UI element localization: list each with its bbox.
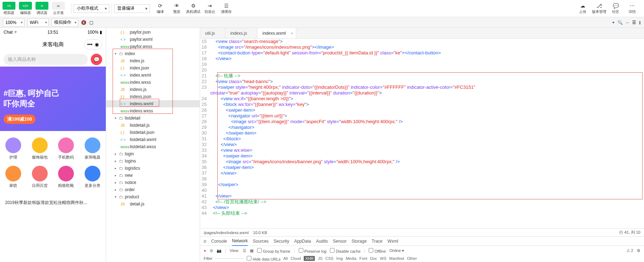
product-item[interactable]: 2019秋季新款韩版薄款宽松连帽假两件秋... — [3, 198, 103, 208]
file-row[interactable]: wxssindexs.wxss — [106, 107, 200, 115]
network-dropdown[interactable]: WiFi — [27, 19, 49, 26]
file-row[interactable]: < >payfor.wxml — [106, 36, 200, 43]
toolbar-button[interactable]: ⎇版本管理 — [592, 1, 607, 16]
mode-dropdown[interactable]: 小程序模式 — [74, 4, 109, 13]
layout-icon[interactable]: ☰ — [632, 20, 636, 25]
message-button[interactable]: 💬 — [91, 54, 102, 65]
toolbar-button[interactable]: 👁预览 — [169, 1, 184, 16]
add-tab-icon[interactable]: + — [612, 20, 615, 25]
network-filter-chip[interactable]: WS — [380, 256, 387, 261]
toolbar-button[interactable]: ☁上传 — [575, 1, 590, 16]
split-icon[interactable]: ⫿ — [639, 20, 641, 25]
hide-data-urls-checkbox[interactable]: Hide data URLs — [247, 256, 280, 261]
editor-tab[interactable]: indexs.js — [225, 28, 257, 38]
folder-row[interactable]: ▸🗀logins — [106, 157, 200, 165]
devtools-tab[interactable]: Sources — [253, 239, 269, 244]
network-filter-chip[interactable]: Cloud — [290, 256, 301, 261]
toolbar-button[interactable]: ⋯详情 — [625, 1, 640, 16]
file-row[interactable]: < >index.wxml — [106, 72, 200, 79]
more-icon[interactable]: ··· — [626, 20, 629, 25]
disable-cache-checkbox[interactable]: Disable cache — [330, 248, 360, 253]
folder-row[interactable]: ▾🗀listdetail — [106, 115, 200, 122]
view-list-icon[interactable]: ☰ — [243, 248, 246, 253]
devtools-tab[interactable]: Trace — [372, 239, 383, 244]
stop-icon[interactable]: ⊘ — [210, 248, 213, 253]
network-filter-chip[interactable]: All — [283, 256, 288, 261]
expand-icon[interactable]: ▢ — [89, 20, 93, 25]
folder-row[interactable]: ▸🗀notice — [106, 179, 200, 186]
category-item[interactable]: 家纺 — [0, 163, 27, 191]
editor-tab[interactable]: util.js — [200, 28, 225, 38]
devtools-tab[interactable]: Wxml — [388, 239, 398, 244]
category-item[interactable]: 服饰箱包 — [27, 135, 53, 163]
category-item[interactable]: 家用电器 — [79, 135, 106, 163]
preserve-log-checkbox[interactable]: Preserve log — [299, 248, 327, 253]
close-icon[interactable]: × — [291, 31, 293, 35]
devtools-tab[interactable]: Audits — [316, 239, 328, 244]
folder-row[interactable]: ▸🗀new — [106, 172, 200, 179]
file-row[interactable]: { }indexs.json — [106, 93, 200, 100]
category-item[interactable]: 护理 — [0, 135, 27, 163]
folder-row[interactable]: ▸🗀logistics — [106, 165, 200, 172]
devtools-tab[interactable]: Console — [211, 239, 227, 244]
toolbar-button[interactable]: ⚙真机调试 — [186, 1, 201, 16]
network-filter-chip[interactable]: Doc — [370, 256, 377, 261]
category-item[interactable]: 日用百货 — [27, 163, 53, 191]
toolbar-button[interactable]: 💬社区 — [608, 1, 623, 16]
operation-dropdown[interactable]: 模拟操作 — [52, 19, 78, 26]
network-filter-chip[interactable]: Font — [359, 256, 367, 261]
file-row[interactable]: wxsslistdetail.wxss — [106, 143, 200, 150]
devtools-tab[interactable]: Network — [232, 237, 248, 246]
warning-badge[interactable]: ⚠ 2 — [626, 248, 633, 253]
toolbar-button[interactable]: ▭模拟器 — [1, 1, 16, 16]
file-row[interactable]: { }index.json — [106, 64, 200, 72]
editor-tab[interactable]: indexs.wxml× — [257, 28, 296, 38]
zoom-dropdown[interactable]: 100% — [3, 19, 24, 26]
folder-row[interactable]: ▸🗀login — [106, 150, 200, 157]
file-row[interactable]: { }listdetail.json — [106, 129, 200, 136]
devtools-tab[interactable]: Sensor — [333, 239, 347, 244]
code-area[interactable]: 1516171819202122232425262728293031323334… — [200, 39, 644, 228]
network-filter-chip[interactable]: CSS — [325, 256, 333, 261]
file-row[interactable]: JSindexs.js — [106, 86, 200, 93]
banner[interactable]: #巨惠, 呵护自己 吓你周全 满199减100 — [0, 67, 106, 131]
toolbar-button[interactable]: ⇥切后台 — [202, 1, 217, 16]
group-by-frame-checkbox[interactable]: Group by frame — [257, 248, 290, 253]
mute-icon[interactable]: 🔇 — [81, 20, 86, 25]
view-grid-icon[interactable]: ▦ — [250, 248, 254, 253]
toolbar-button[interactable]: ☰清缓存 — [219, 1, 234, 16]
compile-dropdown[interactable]: 普通编译 — [114, 4, 150, 13]
network-filter-chip[interactable]: XHR — [304, 256, 315, 261]
file-row[interactable]: JSlistdetail.js — [106, 122, 200, 129]
file-row[interactable]: < >indexs.wxml — [106, 100, 200, 107]
file-tree[interactable]: { }payfor.json< >payfor.wxmlwxsspayfor.w… — [106, 28, 200, 262]
search-icon[interactable]: 🔍 — [617, 20, 623, 25]
folder-row[interactable]: ▾🗀index — [106, 50, 200, 57]
toolbar-button[interactable]: ∞云开发 — [51, 1, 66, 16]
category-item[interactable]: 更多分类 — [79, 163, 106, 191]
inspect-icon[interactable]: ⎚ — [204, 239, 206, 244]
toolbar-button[interactable]: ⟳编译 — [153, 1, 168, 16]
record-icon[interactable]: ● — [204, 248, 206, 253]
folder-row[interactable]: ▸🗀order — [106, 186, 200, 193]
file-row[interactable]: { }payfor.json — [106, 29, 200, 36]
network-filter-chip[interactable]: Img — [336, 256, 343, 261]
category-item[interactable]: 手机数码 — [53, 135, 80, 163]
network-filter-chip[interactable]: Media — [346, 256, 356, 261]
devtools-tab[interactable]: Security — [274, 239, 289, 244]
file-row[interactable]: wxsspayfor.wxss — [106, 43, 200, 50]
file-row[interactable]: < >listdetail.wxml — [106, 136, 200, 143]
devtools-tab[interactable]: AppData — [294, 239, 311, 244]
file-row[interactable]: JSdetail.js — [106, 200, 200, 208]
devtools-settings-icon[interactable]: ⚙ — [637, 248, 640, 253]
file-row[interactable]: JSindex.js — [106, 57, 200, 64]
online-dropdown[interactable]: Online ▾ — [389, 248, 404, 253]
offline-checkbox[interactable]: Offline — [369, 248, 386, 253]
network-filter-chip[interactable]: Manifest — [389, 256, 404, 261]
toolbar-button[interactable]: ≡调试器 — [34, 1, 49, 16]
toolbar-button[interactable]: </>编辑器 — [18, 1, 33, 16]
devtools-tab[interactable]: Storage — [352, 239, 367, 244]
search-input[interactable]: 输入商品名称 — [4, 54, 88, 65]
network-filter-chip[interactable]: JS — [318, 256, 322, 261]
category-item[interactable]: 精致鞋靴 — [53, 163, 80, 191]
